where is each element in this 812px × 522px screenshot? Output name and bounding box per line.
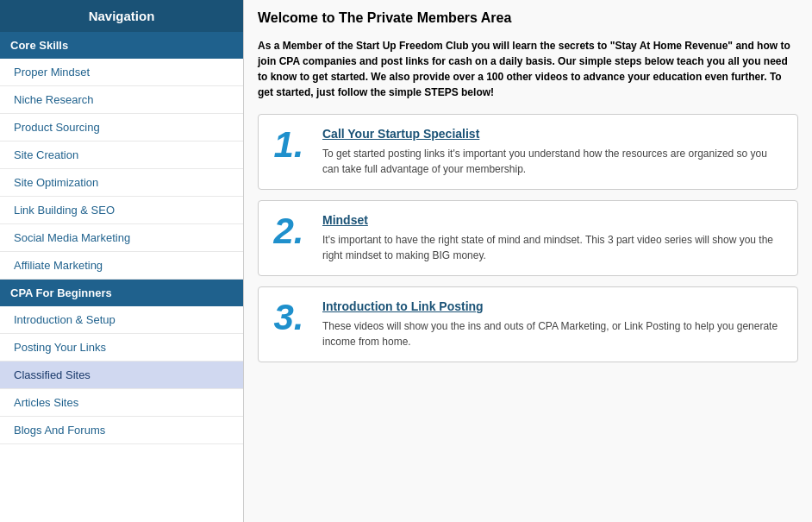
sidebar-item-articles-sites[interactable]: Articles Sites	[0, 389, 243, 417]
main-content: Welcome to The Private Members Area As a…	[244, 0, 812, 522]
step-number-1: 1.	[267, 127, 310, 163]
step-card-1: 1. Call Your Startup Specialist To get s…	[258, 114, 798, 190]
sidebar-item-posting-your-links[interactable]: Posting Your Links	[0, 334, 243, 362]
sidebar-item-niche-research[interactable]: Niche Research	[0, 86, 243, 114]
sidebar-item-classified-sites[interactable]: Classified Sites	[0, 362, 243, 389]
sidebar-item-product-sourcing[interactable]: Product Sourcing	[0, 114, 243, 142]
sidebar-item-site-optimization[interactable]: Site Optimization	[0, 169, 243, 197]
step-card-2: 2. Mindset It's important to have the ri…	[258, 200, 798, 276]
step-card-3: 3. Introduction to Link Posting These vi…	[258, 286, 798, 362]
sidebar-item-site-creation[interactable]: Site Creation	[0, 142, 243, 169]
sidebar-item-affiliate-marketing[interactable]: Affiliate Marketing	[0, 252, 243, 280]
step-content-3: Introduction to Link Posting These video…	[322, 299, 785, 349]
step-desc-1: To get started posting links it's import…	[322, 146, 785, 177]
step-title-3[interactable]: Introduction to Link Posting	[322, 299, 785, 313]
step-desc-2: It's important to have the right state o…	[322, 232, 785, 263]
step-title-1[interactable]: Call Your Startup Specialist	[322, 127, 785, 141]
step-title-2[interactable]: Mindset	[322, 213, 785, 227]
sidebar-item-social-media-marketing[interactable]: Social Media Marketing	[0, 224, 243, 252]
page-title: Welcome to The Private Members Area	[258, 10, 798, 29]
sidebar-item-blogs-and-forums[interactable]: Blogs And Forums	[0, 417, 243, 444]
sidebar-item-proper-mindset[interactable]: Proper Mindset	[0, 59, 243, 86]
step-number-2: 2.	[267, 213, 310, 249]
intro-text: As a Member of the Start Up Freedom Club…	[258, 38, 798, 100]
step-content-2: Mindset It's important to have the right…	[322, 213, 785, 263]
sidebar-header: Navigation	[0, 0, 243, 32]
sidebar-section-core-skills: Core Skills	[0, 32, 243, 59]
sidebar-item-introduction-setup[interactable]: Introduction & Setup	[0, 306, 243, 334]
sidebar-item-link-building-seo[interactable]: Link Building & SEO	[0, 197, 243, 224]
step-desc-3: These videos will show you the ins and o…	[322, 318, 785, 349]
step-number-3: 3.	[267, 299, 310, 336]
sidebar-section-cpa-beginners: CPA For Beginners	[0, 280, 243, 306]
step-content-1: Call Your Startup Specialist To get star…	[322, 127, 785, 177]
sidebar: Navigation Core Skills Proper Mindset Ni…	[0, 0, 244, 522]
